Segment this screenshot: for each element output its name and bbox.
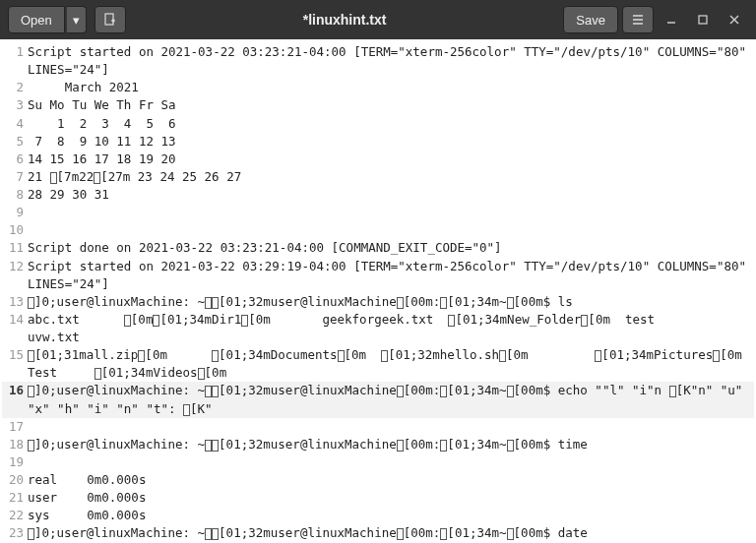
editor-line[interactable]: 14abc.txt [0m[01;34mDir1[0m geekforgeek.… xyxy=(2,311,754,346)
editor-line[interactable]: 4 1 2 3 4 5 6 xyxy=(2,115,754,133)
editor-line[interactable]: 15[01;31mall.zip[0m [01;34mDocuments[0m … xyxy=(2,346,754,382)
editor-line[interactable]: 20real 0m0.000s xyxy=(2,471,754,489)
escape-glyph-icon xyxy=(440,386,447,397)
line-number: 9 xyxy=(2,204,28,221)
open-dropdown-button[interactable]: ▾ xyxy=(67,6,87,33)
editor-line[interactable]: 12Script started on 2021-03-22 03:29:19-… xyxy=(2,258,754,293)
line-number: 11 xyxy=(2,239,28,257)
line-number: 1 xyxy=(2,43,28,79)
line-number: 7 xyxy=(2,168,28,186)
escape-glyph-icon xyxy=(397,386,404,397)
line-content: real 0m0.000s xyxy=(28,471,754,489)
editor-line[interactable]: 19 xyxy=(2,453,754,471)
editor-line[interactable]: 5 7 8 9 10 11 12 13 xyxy=(2,133,754,151)
maximize-button[interactable] xyxy=(689,6,717,33)
escape-glyph-icon xyxy=(440,528,447,540)
editor-line[interactable]: 2 March 2021 xyxy=(2,79,754,96)
escape-glyph-icon xyxy=(338,350,345,362)
escape-glyph-icon xyxy=(212,440,219,452)
escape-glyph-icon xyxy=(28,386,34,397)
line-content: March 2021 xyxy=(28,79,754,96)
line-number: 15 xyxy=(2,346,28,382)
titlebar: Open ▾ *linuxhint.txt Save xyxy=(0,0,756,39)
line-content: 1 2 3 4 5 6 xyxy=(28,115,754,133)
line-number: 20 xyxy=(2,471,28,489)
line-content: user 0m0.000s xyxy=(28,489,754,507)
line-number: 14 xyxy=(2,311,28,346)
editor-line[interactable]: 17 xyxy=(2,418,754,436)
line-number: 5 xyxy=(2,133,28,151)
document-title: *linuxhint.txt xyxy=(130,12,560,28)
editor-line[interactable]: 13]0;user@linuxMachine: ~[01;32muser@lin… xyxy=(2,293,754,311)
editor-line[interactable]: 721 [7m22[27m 23 24 25 26 27 xyxy=(2,168,754,186)
editor-line[interactable]: 18]0;user@linuxMachine: ~[01;32muser@lin… xyxy=(2,436,754,453)
svg-rect-0 xyxy=(105,14,113,25)
escape-glyph-icon xyxy=(198,368,205,380)
line-content: ]0;user@linuxMachine: ~[01;32muser@linux… xyxy=(28,436,754,453)
line-number: 22 xyxy=(2,507,28,524)
escape-glyph-icon xyxy=(28,297,34,309)
close-button[interactable] xyxy=(721,6,748,33)
line-content: Script done on 2021-03-22 03:23:21-04:00… xyxy=(28,239,754,257)
editor-line[interactable]: 3Su Mo Tu We Th Fr Sa xyxy=(2,96,754,114)
new-tab-button[interactable] xyxy=(94,6,126,33)
escape-glyph-icon xyxy=(212,297,219,309)
escape-glyph-icon xyxy=(212,528,219,540)
line-content xyxy=(28,453,754,471)
editor-line[interactable]: 16]0;user@linuxMachine: ~[01;32muser@lin… xyxy=(2,382,754,417)
editor-area[interactable]: 1Script started on 2021-03-22 03:23:21-0… xyxy=(0,39,756,543)
line-number: 6 xyxy=(2,151,28,168)
escape-glyph-icon xyxy=(440,440,447,452)
line-content: [01;31mall.zip[0m [01;34mDocuments[0m [0… xyxy=(28,346,754,382)
minimize-button[interactable] xyxy=(658,6,685,33)
escape-glyph-icon xyxy=(397,528,404,540)
escape-glyph-icon xyxy=(381,350,388,362)
line-content: ]0;user@linuxMachine: ~[01;32muser@linux… xyxy=(28,524,754,542)
escape-glyph-icon xyxy=(138,350,145,362)
escape-glyph-icon xyxy=(397,297,404,309)
maximize-icon xyxy=(697,14,709,26)
escape-glyph-icon xyxy=(448,315,455,327)
hamburger-menu-button[interactable] xyxy=(622,6,654,33)
escape-glyph-icon xyxy=(507,440,514,452)
line-content: 7 8 9 10 11 12 13 xyxy=(28,133,754,151)
line-content: 14 15 16 17 18 19 20 xyxy=(28,151,754,168)
escape-glyph-icon xyxy=(669,386,676,397)
line-number: 19 xyxy=(2,453,28,471)
line-number: 17 xyxy=(2,418,28,436)
editor-line[interactable]: 1Script started on 2021-03-22 03:23:21-0… xyxy=(2,43,754,79)
line-number: 8 xyxy=(2,186,28,204)
open-button[interactable]: Open xyxy=(8,6,65,33)
escape-glyph-icon xyxy=(499,350,506,362)
escape-glyph-icon xyxy=(212,350,219,362)
line-number: 12 xyxy=(2,258,28,293)
editor-line[interactable]: 614 15 16 17 18 19 20 xyxy=(2,151,754,168)
editor-line[interactable]: 23]0;user@linuxMachine: ~[01;32muser@lin… xyxy=(2,524,754,542)
editor-line[interactable]: 9 xyxy=(2,204,754,221)
svg-rect-7 xyxy=(699,16,707,24)
escape-glyph-icon xyxy=(153,315,159,327)
minimize-icon xyxy=(665,14,677,26)
line-number: 18 xyxy=(2,436,28,453)
line-content: Script started on 2021-03-22 03:23:21-04… xyxy=(28,43,754,79)
escape-glyph-icon xyxy=(28,528,34,540)
line-content: 21 [7m22[27m 23 24 25 26 27 xyxy=(28,168,754,186)
new-document-icon xyxy=(103,13,117,27)
close-icon xyxy=(728,14,740,26)
escape-glyph-icon xyxy=(205,386,212,397)
save-button[interactable]: Save xyxy=(563,6,618,33)
escape-glyph-icon xyxy=(507,386,514,397)
editor-line[interactable]: 22sys 0m0.000s xyxy=(2,507,754,524)
line-number: 13 xyxy=(2,293,28,311)
escape-glyph-icon xyxy=(713,350,720,362)
escape-glyph-icon xyxy=(440,297,447,309)
editor-line[interactable]: 11Script done on 2021-03-22 03:23:21-04:… xyxy=(2,239,754,257)
line-number: 16 xyxy=(2,382,28,417)
escape-glyph-icon xyxy=(124,315,131,327)
editor-line[interactable]: 828 29 30 31 xyxy=(2,186,754,204)
editor-line[interactable]: 21user 0m0.000s xyxy=(2,489,754,507)
escape-glyph-icon xyxy=(205,440,212,452)
escape-glyph-icon xyxy=(94,172,100,184)
escape-glyph-icon xyxy=(28,440,34,452)
editor-line[interactable]: 10 xyxy=(2,221,754,239)
